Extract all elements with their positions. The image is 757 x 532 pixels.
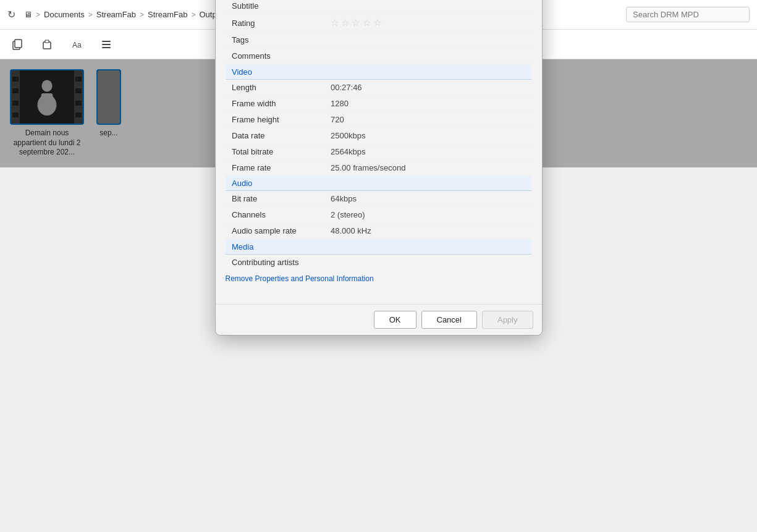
main-area: Demain nous appartient du lundi 2 septem…: [0, 59, 757, 167]
rating-stars[interactable]: ☆ ☆ ☆ ☆ ☆: [331, 17, 525, 28]
table-row: Total bitrate 2564kbps: [226, 143, 531, 159]
modal-overlay: Demain nous appartient du lundi 2 septem…: [0, 59, 757, 167]
section-audio: Audio: [226, 176, 531, 191]
properties-table: Property Value Description Title De: [226, 0, 532, 269]
copy-icon[interactable]: [7, 35, 27, 54]
svg-rect-7: [102, 47, 111, 48]
breadcrumb-documents[interactable]: Documents: [44, 10, 85, 19]
section-media: Media: [226, 240, 531, 255]
table-row: Tags: [226, 32, 531, 48]
section-video: Video: [226, 65, 531, 80]
breadcrumb-streamfab1[interactable]: StreamFab: [96, 10, 136, 19]
paste-icon[interactable]: [37, 35, 57, 54]
svg-rect-5: [102, 41, 111, 42]
properties-table-wrap[interactable]: Property Value Description Title De: [216, 0, 542, 269]
properties-dialog: Demain nous appartient du lundi 2 septem…: [215, 0, 543, 336]
table-row: Channels 2 (stereo): [226, 207, 531, 223]
table-row-rating: Rating ☆ ☆ ☆ ☆ ☆: [226, 14, 531, 32]
dialog-footer: OK Cancel Apply: [216, 304, 542, 335]
svg-text:Aa: Aa: [72, 41, 82, 49]
extra-icon[interactable]: [96, 35, 116, 54]
table-row: Frame width 1280: [226, 95, 531, 111]
ok-button[interactable]: OK: [374, 311, 417, 329]
table-row: Audio sample rate 48.000 kHz: [226, 223, 531, 239]
dialog-content: Property Value Description Title De: [216, 0, 542, 304]
apply-button[interactable]: Apply: [482, 311, 533, 329]
table-row: Contributing artists: [226, 254, 531, 269]
rename-icon[interactable]: Aa: [67, 35, 87, 54]
table-row: Subtitle: [226, 0, 531, 14]
table-row: Frame height 720: [226, 111, 531, 127]
refresh-icon[interactable]: ↻: [7, 9, 15, 20]
search-input[interactable]: [626, 7, 750, 22]
table-row: Comments: [226, 48, 531, 64]
table-row: Bit rate 64kbps: [226, 191, 531, 207]
table-row: Length 00:27:46: [226, 79, 531, 95]
svg-rect-2: [43, 42, 51, 49]
svg-rect-6: [102, 44, 111, 45]
cancel-button[interactable]: Cancel: [421, 311, 477, 329]
remove-link-text[interactable]: Remove Properties and Personal Informati…: [226, 274, 374, 283]
table-row: Frame rate 25.00 frames/second: [226, 159, 531, 175]
monitor-icon: 🖥: [24, 10, 32, 19]
svg-rect-3: [45, 40, 49, 43]
table-row: Data rate 2500kbps: [226, 127, 531, 143]
svg-rect-1: [15, 40, 22, 48]
remove-properties-link[interactable]: Remove Properties and Personal Informati…: [216, 269, 542, 288]
breadcrumb-streamfab2[interactable]: StreamFab: [148, 10, 187, 19]
